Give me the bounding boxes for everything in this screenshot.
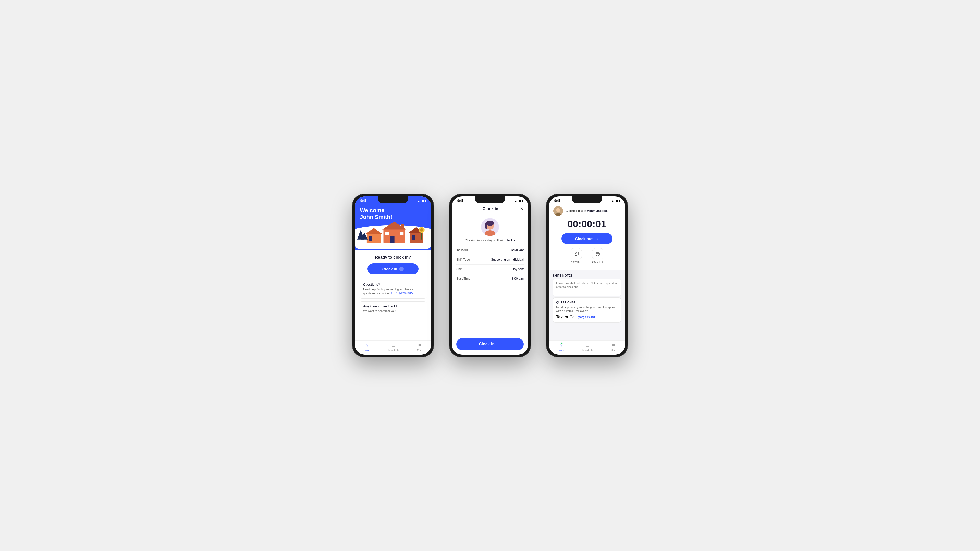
home-dot-3: [561, 342, 563, 344]
svg-rect-5: [385, 232, 389, 235]
clock-in-footer: Clock in →: [452, 334, 528, 354]
bottom-nav-1: ⌂ Home ☰ Individuals ≡ More: [355, 340, 431, 354]
svg-point-25: [556, 208, 560, 212]
bottom-nav-3: ⌂ Home ☰ Individuals ≡ More: [549, 340, 625, 354]
phone-1-screen: 9:41 ▲ Welcome John Smith!: [355, 197, 431, 354]
questions-phone-link-1[interactable]: 1-(111)-123-2345: [391, 292, 413, 295]
phones-container: 9:41 ▲ Welcome John Smith!: [352, 194, 628, 357]
shift-notes-textarea[interactable]: [553, 279, 621, 297]
status-time-3: 9:41: [554, 199, 560, 203]
phone-2: 9:41 ▲ ← Clock in ✕: [449, 194, 531, 357]
big-clock-in-button[interactable]: Clock in →: [456, 338, 524, 351]
questions-card-1: Questions? Need help finding something a…: [359, 279, 427, 299]
battery-icon-3: [615, 200, 620, 202]
nav-more-3[interactable]: ≡ More: [611, 343, 616, 351]
view-isp-label: View ISP: [571, 260, 581, 263]
svg-rect-11: [410, 232, 423, 243]
wifi-icon-1: ▲: [417, 200, 420, 202]
status-icons-3: ▲: [607, 200, 620, 202]
wifi-icon-3: ▲: [611, 200, 614, 202]
clock-out-button[interactable]: Clock out →: [562, 233, 612, 244]
individuals-icon-3: ☰: [585, 343, 590, 348]
avatar-circle-2: [481, 218, 499, 236]
log-trip-button[interactable]: Log a Trip: [592, 248, 603, 263]
questions-text-3: Need help finding something and want to …: [556, 305, 618, 313]
svg-rect-4: [390, 236, 395, 243]
phone-1: 9:41 ▲ Welcome John Smith!: [352, 194, 434, 357]
clock-in-subtitle: Clocking in for a day shift with Jackie: [452, 238, 528, 242]
house-illustration: [355, 219, 431, 250]
feedback-title: Any ideas or feedback?: [363, 305, 423, 308]
shift-row-shift: Shift Day shift: [456, 265, 524, 274]
questions-call-3: Text or Call (380) 223-9511: [556, 315, 618, 319]
questions-text-1: Need help finding something and have a q…: [363, 287, 423, 295]
signal-icon-1: [413, 200, 417, 202]
questions-card-3: QUESTIONS? Need help finding something a…: [553, 297, 621, 323]
shift-label-individual: Individual: [456, 248, 469, 252]
notch-1: [378, 197, 408, 203]
status-time-1: 9:41: [360, 199, 366, 203]
shift-value-individual: Jackie Ant: [510, 248, 524, 252]
status-icons-1: ▲: [413, 200, 426, 202]
nav-home-3[interactable]: ⌂ Home: [558, 343, 564, 351]
feedback-text: We want to hear from you!: [363, 309, 423, 313]
questions-title-3: QUESTIONS?: [556, 301, 618, 304]
nav-individuals-label-3: Individuals: [582, 349, 593, 351]
log-trip-label: Log a Trip: [592, 260, 603, 263]
nav-individuals-1[interactable]: ☰ Individuals: [388, 343, 399, 351]
feedback-card: Any ideas or feedback? We want to hear f…: [359, 301, 427, 316]
clock-in-title: Clock in: [482, 206, 498, 211]
shift-notes-title: SHIFT NOTES: [553, 274, 621, 277]
shift-label-shift: Shift: [456, 267, 463, 271]
notch-2: [475, 197, 505, 203]
individuals-icon-1: ☰: [391, 343, 396, 348]
back-button-2[interactable]: ←: [456, 206, 461, 212]
arrow-icon-1: →: [399, 267, 404, 271]
home-icon-wrap-3: ⌂: [559, 343, 562, 348]
clocked-in-header: Clocked in with Adam Jacobs. 00:00:01 Cl…: [549, 203, 625, 270]
action-buttons: View ISP Log a Trip: [553, 248, 620, 263]
timer-display: 00:00:01: [553, 219, 620, 230]
nav-home-label-1: Home: [364, 349, 370, 351]
status-time-2: 9:41: [457, 199, 463, 203]
wifi-icon-2: ▲: [514, 200, 517, 202]
shift-row-type: Shift Type Supporting an individual: [456, 255, 524, 265]
questions-phone-link-3[interactable]: (380) 223-9511: [578, 316, 597, 319]
phone-3-screen: 9:41 ▲: [549, 197, 625, 354]
nav-more-1[interactable]: ≡ More: [417, 343, 422, 351]
svg-point-30: [596, 254, 597, 256]
avatar-small-3: [553, 206, 563, 216]
notch-3: [572, 197, 602, 203]
nav-home-1[interactable]: ⌂ Home: [364, 343, 370, 351]
close-button-2[interactable]: ✕: [520, 206, 524, 212]
shift-details: Individual Jackie Ant Shift Type Support…: [452, 246, 528, 334]
shift-value-type: Supporting an individual: [491, 258, 524, 262]
battery-icon-1: [421, 200, 426, 202]
shift-row-start: Start Time 8:00 a.m: [456, 274, 524, 283]
svg-rect-6: [400, 232, 404, 235]
shift-value-start: 8:00 a.m: [512, 277, 524, 280]
more-icon-3: ≡: [612, 343, 615, 348]
svg-point-28: [576, 252, 577, 254]
svg-rect-13: [412, 235, 415, 240]
svg-rect-27: [574, 252, 578, 255]
battery-icon-2: [518, 200, 523, 202]
clock-in-button-1[interactable]: Clock in →: [368, 263, 418, 275]
shift-row-individual: Individual Jackie Ant: [456, 246, 524, 255]
nav-individuals-3[interactable]: ☰ Individuals: [582, 343, 593, 351]
shift-label-start: Start Time: [456, 277, 470, 280]
nav-home-label-3: Home: [558, 349, 564, 351]
svg-point-31: [598, 254, 599, 256]
home-icon-1: ⌂: [366, 343, 368, 348]
svg-point-16: [420, 228, 423, 232]
trip-icon: [592, 248, 603, 259]
view-isp-button[interactable]: View ISP: [571, 248, 582, 263]
welcome-text: Welcome John Smith!: [355, 203, 431, 221]
status-icons-2: ▲: [510, 200, 523, 202]
clocked-in-text: Clocked in with Adam Jacobs.: [566, 209, 608, 213]
nav-more-label-3: More: [611, 349, 616, 351]
shift-label-type: Shift Type: [456, 258, 470, 262]
svg-point-23: [485, 223, 487, 229]
nav-more-label-1: More: [417, 349, 422, 351]
phone1-content: Ready to clock in? Clock in → Questions?…: [355, 250, 431, 340]
